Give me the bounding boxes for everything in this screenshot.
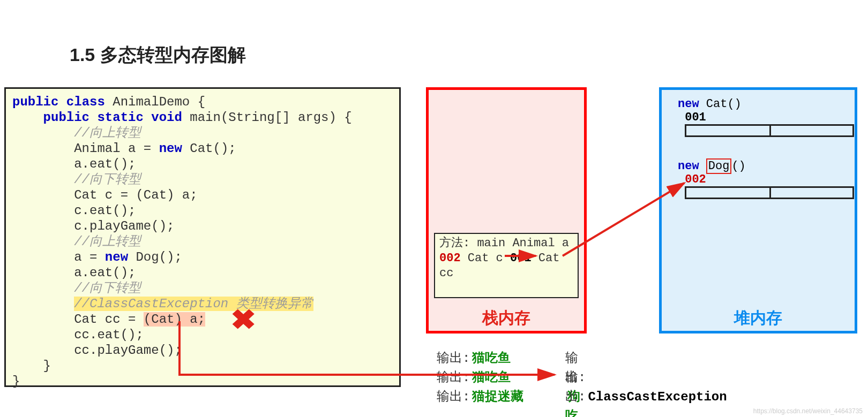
code-text: Cat cc = [12, 312, 144, 327]
code-panel: public class AnimalDemo { public static … [4, 87, 401, 387]
heap-label: 堆内存 [662, 307, 855, 329]
comment: //向下转型 [74, 281, 141, 295]
out-value: 猫捉迷藏 [472, 388, 523, 407]
output-panel: 输出:猫吃鱼 输出:狗吃骨头 输出:猫吃鱼 输出:ClassCastExcept… [437, 349, 523, 407]
code-text: c.playGame(); [12, 219, 174, 233]
heap-addr: 002 [685, 173, 706, 186]
out-value: 猫吃鱼 [472, 368, 511, 388]
stack-addr: 002 [439, 252, 461, 265]
comment: //向上转型 [74, 234, 141, 249]
watermark: https://blog.csdn.net/weixin_44643735 [753, 407, 863, 415]
page-title: 1.5 多态转型内存图解 [70, 43, 246, 67]
heap-text: () [731, 160, 745, 173]
output-line: 输出:猫吃鱼 输出:狗吃骨头 [437, 349, 523, 368]
code-text: } [12, 359, 51, 373]
stack-title: 方法: main [439, 237, 505, 250]
kw: new [159, 141, 182, 156]
stack-addr: 001 [510, 252, 532, 265]
out-label: 输出: [437, 388, 470, 407]
kw: new [678, 97, 699, 111]
kw: new [105, 250, 128, 264]
code-text: cc.playGame(); [12, 343, 182, 358]
out-label: 输出: [437, 368, 470, 388]
comment: //向上转型 [74, 126, 141, 140]
heap-object-cat: new Cat() 001 [678, 97, 854, 141]
heap-text: Cat() [699, 97, 742, 111]
kw: class [66, 95, 105, 109]
stack-var: Cat c [468, 252, 503, 265]
out-value: ClassCastException [588, 390, 727, 404]
out-label: 输出: [437, 349, 470, 368]
kw: public [12, 95, 58, 109]
kw: public [43, 110, 89, 125]
code-text: Dog(); [128, 250, 182, 264]
code-text: c.eat(); [12, 203, 136, 218]
object-box-icon [685, 186, 854, 199]
comment-highlight: //ClassCastException 类型转换异常 [74, 297, 313, 311]
code-text: Cat(); [182, 141, 236, 156]
heap-object-dog: new Dog() 002 [678, 160, 854, 203]
comment: //向下转型 [74, 172, 141, 187]
output-line: 输出:猫捉迷藏 [437, 388, 523, 407]
heap-addr: 001 [685, 111, 706, 124]
output-line: 输出:猫吃鱼 输出:ClassCastException [437, 368, 523, 388]
kw: new [678, 160, 699, 173]
stack-frame: 方法: main Animal a 002 Cat c 001 Cat cc [434, 233, 579, 298]
stack-memory-box: 方法: main Animal a 002 Cat c 001 Cat cc 栈… [426, 87, 587, 333]
stack-var: Animal a [512, 237, 569, 250]
code-text: a = [12, 250, 105, 264]
kw: static [97, 110, 143, 125]
heap-memory-box: new Cat() 001 new Dog() 002 堆内存 [659, 87, 857, 333]
dog-highlight: Dog [706, 158, 732, 174]
code-text: } [12, 374, 20, 389]
code-text: a.eat(); [12, 157, 136, 171]
error-x-icon: ✖ [230, 303, 257, 336]
out-label: 输出: [565, 370, 586, 404]
out-value: 猫吃鱼 [472, 349, 511, 368]
stack-label: 栈内存 [429, 307, 584, 329]
object-box-icon [685, 124, 854, 137]
code-text: AnimalDemo { [105, 95, 205, 109]
code-text: Cat c = (Cat) a; [12, 188, 198, 202]
code-text: Animal a = [12, 141, 159, 156]
code-text: main(String[] args) { [182, 110, 352, 125]
code-text: cc.eat(); [12, 328, 144, 342]
code-highlight: (Cat) a; [144, 312, 205, 327]
kw: void [151, 110, 182, 125]
code-text: a.eat(); [12, 266, 136, 280]
